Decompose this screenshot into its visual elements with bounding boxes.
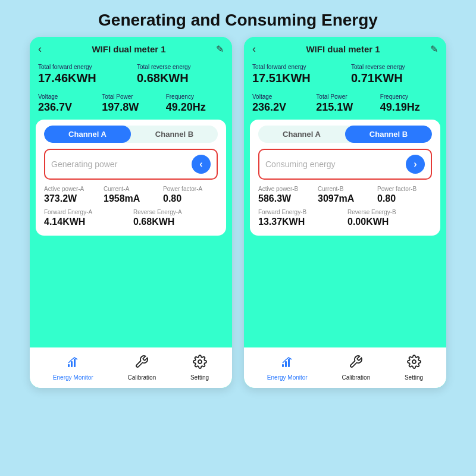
pf-label-left: Power factor-A [163, 186, 218, 192]
phone-footer-left: Energy Monitor Calibration [30, 347, 232, 388]
power-value-right: 215.1W [316, 101, 374, 114]
footer-setting-left[interactable]: Setting [190, 355, 209, 381]
footer-monitor-right[interactable]: Energy Monitor [267, 355, 308, 381]
svg-rect-1 [71, 361, 73, 367]
page-title: Generating and Consuming Energy [0, 0, 476, 37]
rev-energy-label-right: Reverse Energy-B [347, 209, 432, 215]
fwd-energy-label-left: Forward Energy-A [44, 209, 129, 215]
fwd-energy-value-left: 4.14KWH [44, 217, 129, 227]
white-card-right: Channel A Channel B Consuming energy › A… [250, 120, 440, 236]
active-power-left: Active power-A 373.2W [44, 186, 99, 204]
tab-channel-a-left[interactable]: Channel A [44, 126, 131, 143]
tab-channel-b-right[interactable]: Channel B [345, 126, 432, 143]
direction-label-left: Generating power [51, 159, 117, 169]
active-power-value-right: 586.3W [258, 193, 313, 204]
total-reverse-right: Total reverse energy 0.71KWH [351, 64, 438, 85]
pf-value-left: 0.80 [163, 193, 218, 204]
total-reverse-left: Total reverse energy 0.68KWH [137, 64, 224, 85]
voltage-label-right: Voltage [252, 93, 310, 100]
setting-label-right: Setting [405, 374, 423, 381]
total-forward-left: Total forward energy 17.46KWH [38, 64, 125, 85]
pf-label-right: Power factor-B [377, 186, 432, 192]
direction-label-right: Consuming energy [265, 159, 336, 169]
fwd-energy-value-right: 13.37KWH [258, 217, 343, 227]
voltage-right: Voltage 236.2V [252, 93, 310, 114]
energy-summary-right: Total forward energy 17.51KWH Total reve… [244, 60, 446, 91]
calibration-label-right: Calibration [342, 374, 370, 381]
phone-right-title: WIFI dual meter 1 [306, 44, 380, 54]
active-power-right: Active power-B 586.3W [258, 186, 313, 204]
monitor-icon-left [66, 355, 80, 372]
footer-calibration-left[interactable]: Calibration [127, 355, 156, 381]
setting-icon-right [407, 355, 421, 372]
monitor-icon-right [280, 355, 295, 372]
calibration-icon-right [349, 355, 363, 372]
rev-energy-value-right: 0.00KWH [347, 217, 432, 227]
freq-left: Frequency 49.20Hz [166, 93, 224, 114]
current-value-left: 1958mA [104, 193, 158, 204]
fwd-energy-label-right: Forward Energy-B [258, 209, 343, 215]
energy-metrics-left: Forward Energy-A 4.14KWH Reverse Energy-… [44, 209, 218, 227]
setting-icon-left [193, 355, 207, 372]
metrics-row-right: Voltage 236.2V Total Power 215.1W Freque… [244, 91, 446, 120]
pf-value-right: 0.80 [377, 193, 432, 204]
footer-calibration-right[interactable]: Calibration [342, 355, 370, 381]
footer-setting-right[interactable]: Setting [405, 355, 423, 381]
active-power-value-left: 373.2W [44, 193, 99, 204]
direction-row-right: Consuming energy › [258, 149, 432, 180]
svg-point-3 [198, 360, 202, 364]
voltage-value-right: 236.2V [252, 101, 310, 114]
rev-energy-label-left: Reverse Energy-A [133, 209, 218, 215]
total-reverse-value-left: 0.68KWH [137, 71, 224, 85]
current-label-right: Current-B [318, 186, 372, 192]
phone-left: ‹ WIFI dual meter 1 ✎ Total forward ener… [30, 37, 232, 388]
power-label-left: Total Power [102, 93, 159, 100]
channel-tabs-left: Channel A Channel B [44, 126, 218, 143]
footer-right: Energy Monitor Calibration [244, 349, 446, 388]
rev-energy-value-left: 0.68KWH [133, 217, 218, 227]
pf-right: Power factor-B 0.80 [377, 186, 432, 204]
power-metrics-left: Active power-A 373.2W Current-A 1958mA P… [44, 186, 218, 204]
total-forward-label-left: Total forward energy [38, 64, 125, 70]
calibration-label-left: Calibration [127, 374, 156, 381]
active-power-label-left: Active power-A [44, 186, 99, 192]
phone-right-header: ‹ WIFI dual meter 1 ✎ [244, 37, 446, 60]
active-power-label-right: Active power-B [258, 186, 313, 192]
energy-summary-left: Total forward energy 17.46KWH Total reve… [30, 60, 232, 91]
setting-label-left: Setting [190, 374, 209, 381]
fwd-energy-left: Forward Energy-A 4.14KWH [44, 209, 129, 227]
voltage-value-left: 236.7V [38, 101, 96, 114]
total-reverse-label-left: Total reverse energy [137, 64, 224, 70]
direction-btn-left[interactable]: ‹ [192, 155, 211, 174]
power-right: Total Power 215.1W [316, 93, 374, 114]
voltage-left: Voltage 236.7V [38, 93, 96, 114]
total-forward-value-left: 17.46KWH [38, 71, 125, 85]
fwd-energy-right: Forward Energy-B 13.37KWH [258, 209, 343, 227]
metrics-row-left: Voltage 236.7V Total Power 197.8W Freque… [30, 91, 232, 120]
channel-tabs-right: Channel A Channel B [258, 126, 432, 143]
tab-channel-a-right[interactable]: Channel A [258, 126, 345, 143]
back-icon-left[interactable]: ‹ [38, 43, 42, 55]
svg-rect-4 [282, 364, 284, 367]
rev-energy-right: Reverse Energy-B 0.00KWH [347, 209, 432, 227]
energy-metrics-right: Forward Energy-B 13.37KWH Reverse Energy… [258, 209, 432, 227]
svg-rect-5 [285, 361, 287, 367]
edit-icon-right[interactable]: ✎ [430, 43, 438, 55]
edit-icon-left[interactable]: ✎ [216, 43, 224, 55]
white-card-left: Channel A Channel B Generating power ‹ A… [36, 120, 226, 236]
power-metrics-right: Active power-B 586.3W Current-B 3097mA P… [258, 186, 432, 204]
footer-monitor-left[interactable]: Energy Monitor [53, 355, 93, 381]
power-value-left: 197.8W [102, 101, 159, 114]
current-label-left: Current-A [104, 186, 158, 192]
tab-channel-b-left[interactable]: Channel B [131, 126, 218, 143]
phone-footer-right: Energy Monitor Calibration [244, 347, 446, 388]
back-icon-right[interactable]: ‹ [252, 43, 256, 55]
direction-row-left: Generating power ‹ [44, 149, 218, 180]
phones-container: ‹ WIFI dual meter 1 ✎ Total forward ener… [0, 37, 476, 388]
monitor-label-left: Energy Monitor [53, 374, 93, 381]
current-right: Current-B 3097mA [318, 186, 372, 204]
freq-label-right: Frequency [380, 93, 438, 100]
phone-left-title: WIFI dual meter 1 [92, 44, 165, 54]
freq-right: Frequency 49.19Hz [380, 93, 438, 114]
direction-btn-right[interactable]: › [406, 155, 425, 174]
